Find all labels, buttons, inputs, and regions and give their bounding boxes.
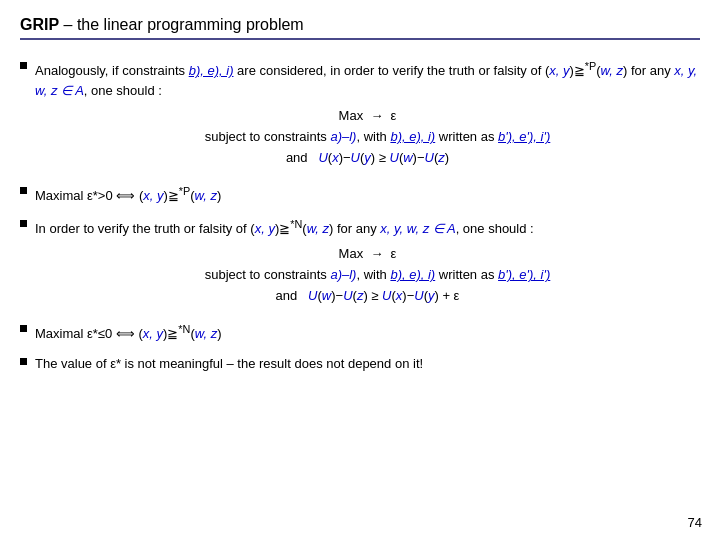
bullet-icon-5 [20,358,27,365]
slide-title: GRIP – the linear programming problem [20,16,304,33]
slide-header: GRIP – the linear programming problem [20,16,700,40]
bullet-text-1: Analogously, if constraints b), e), i) a… [35,58,700,173]
bullet-icon-2 [20,187,27,194]
bullet-icon-4 [20,325,27,332]
max-formula-2: Max → ε subject to constraints a)–l), wi… [35,244,700,306]
bullet-text-4: Maximal ε*≤0 ⟺ (x, y)≧*N(w, z) [35,321,700,344]
bullet-icon-3 [20,220,27,227]
bullet-text-3: In order to verify the truth or falsity … [35,216,700,311]
bullet-item-3: In order to verify the truth or falsity … [20,216,700,311]
max-formula-1: Max → ε subject to constraints a)–l), wi… [35,106,700,168]
slide-page: GRIP – the linear programming problem An… [0,0,720,540]
bullet-text-5: The value of ε* is not meaningful – the … [35,354,700,374]
bullet-item-2: Maximal ε*>0 ⟺ (x, y)≧*P(w, z) [20,183,700,206]
page-number: 74 [688,515,702,530]
slide-content: Analogously, if constraints b), e), i) a… [20,58,700,373]
bullet-item-5: The value of ε* is not meaningful – the … [20,354,700,374]
bullet-text-2: Maximal ε*>0 ⟺ (x, y)≧*P(w, z) [35,183,700,206]
bullet-item-1: Analogously, if constraints b), e), i) a… [20,58,700,173]
bullet-item-4: Maximal ε*≤0 ⟺ (x, y)≧*N(w, z) [20,321,700,344]
bullet-icon-1 [20,62,27,69]
